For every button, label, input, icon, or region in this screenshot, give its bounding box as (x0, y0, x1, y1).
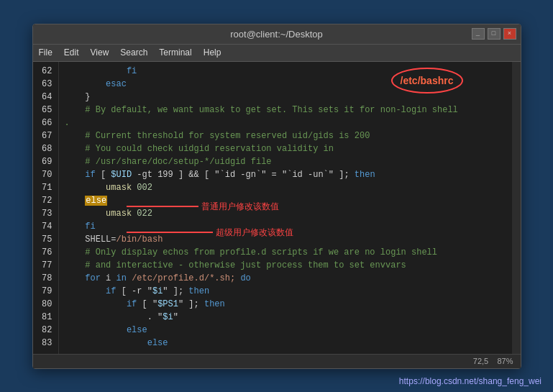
line-number-74: 74 (37, 220, 52, 233)
line-number-62: 62 (37, 65, 52, 78)
code-line-5: . (65, 117, 506, 129)
close-button[interactable]: × (503, 28, 516, 40)
scroll-percent: 87% (497, 357, 513, 365)
line-number-77: 77 (37, 259, 52, 272)
statusbar: 72,5 87% (33, 354, 521, 368)
line-number-63: 63 (37, 78, 52, 91)
line-number-78: 78 (37, 272, 52, 285)
line-number-82: 82 (37, 324, 52, 337)
line-number-73: 73 (37, 207, 52, 220)
menu-view[interactable]: View (91, 47, 109, 58)
code-line-4: # By default, we want umask to get set. … (65, 104, 506, 117)
editor-area: 6263646566676869707172737475767778798081… (33, 62, 521, 354)
terminal-window: root@client:~/Desktop _ □ × File Edit Vi… (32, 24, 521, 369)
code-line-16: # and interactive - otherwise just proce… (65, 259, 506, 272)
line-number-66: 66 (37, 117, 52, 129)
line-numbers: 6263646566676869707172737475767778798081… (33, 62, 59, 354)
line-number-69: 69 (37, 155, 52, 168)
window-controls: _ □ × (472, 28, 516, 40)
code-line-17: for i in /etc/profile.d/*.sh; do (65, 272, 506, 285)
code-line-15: # Only display echos from profile.d scri… (65, 246, 506, 259)
code-line-13: fi (65, 220, 506, 233)
code-line-10: umask 002 (65, 181, 506, 194)
line-number-83: 83 (37, 337, 52, 350)
code-line-1: esac (65, 78, 506, 91)
menu-terminal[interactable]: Terminal (159, 47, 191, 58)
menu-file[interactable]: File (39, 47, 52, 58)
line-number-75: 75 (37, 233, 52, 246)
cursor-position: 72,5 (473, 357, 488, 365)
blog-url: https://blog.csdn.net/shang_feng_wei (399, 376, 541, 386)
titlebar: root@client:~/Desktop _ □ × (33, 24, 521, 45)
code-line-9: if [ $UID -gt 199 ] && [ "`id -gn`" = "`… (65, 168, 506, 181)
line-number-80: 80 (37, 298, 52, 311)
line-number-67: 67 (37, 129, 52, 142)
code-line-19: if [ "$PS1" ]; then (65, 298, 506, 311)
code-line-11: else (65, 194, 506, 207)
line-number-79: 79 (37, 285, 52, 298)
code-line-22: else (65, 337, 506, 350)
minimize-button[interactable]: _ (472, 28, 485, 40)
window-title: root@client:~/Desktop (230, 29, 322, 40)
code-line-0: fi (65, 65, 506, 78)
line-number-65: 65 (37, 104, 52, 117)
code-line-8: # /usr/share/doc/setup-*/uidgid file (65, 155, 506, 168)
code-line-12: umask 022 (65, 207, 506, 220)
line-number-76: 76 (37, 246, 52, 259)
code-line-21: else (65, 324, 506, 337)
line-number-68: 68 (37, 142, 52, 155)
code-line-18: if [ -r "$i" ]; then (65, 285, 506, 298)
line-number-70: 70 (37, 168, 52, 181)
status-spacer (488, 357, 497, 365)
code-line-6: # Current threshold for system reserved … (65, 129, 506, 142)
menu-edit[interactable]: Edit (64, 47, 79, 58)
code-line-14: SHELL=/bin/bash (65, 233, 506, 246)
line-number-71: 71 (37, 181, 52, 194)
menubar: File Edit View Search Terminal Help (33, 45, 521, 62)
code-line-7: # You could check uidgid reservation val… (65, 142, 506, 155)
maximize-button[interactable]: □ (488, 28, 501, 40)
line-number-81: 81 (37, 311, 52, 324)
menu-help[interactable]: Help (204, 47, 221, 58)
code-content[interactable]: fi esac } # By default, we want umask to… (59, 62, 512, 354)
scrollbar[interactable] (512, 62, 521, 354)
line-number-64: 64 (37, 91, 52, 104)
menu-search[interactable]: Search (120, 47, 147, 58)
code-line-20: . "$i" (65, 311, 506, 324)
code-line-2: } (65, 91, 506, 104)
line-number-72: 72 (37, 194, 52, 207)
